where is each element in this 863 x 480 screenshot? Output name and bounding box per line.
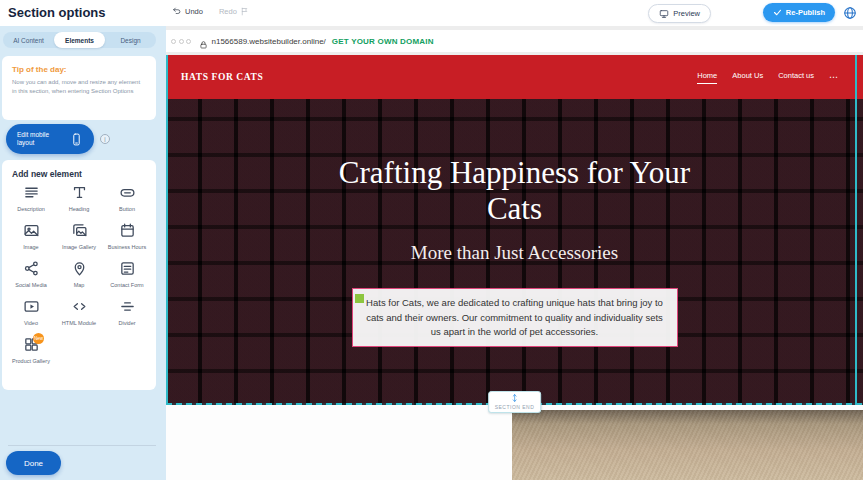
element-item-map[interactable]: Map	[55, 260, 103, 293]
hero-heading[interactable]: Crafting Happiness for Your Cats	[315, 155, 715, 226]
hero-subheading[interactable]: More than Just Accessories	[166, 242, 863, 264]
check-icon	[773, 8, 782, 17]
sidebar-tabs: AI Content Elements Design	[3, 32, 156, 48]
element-drag-handle[interactable]	[355, 294, 364, 303]
tab-design[interactable]: Design	[105, 32, 156, 48]
tip-body: Now you can add, move and resize any ele…	[2, 74, 156, 97]
element-item-heading[interactable]: Heading	[55, 184, 103, 217]
element-item-social-media[interactable]: Social Media	[7, 260, 55, 293]
tab-elements[interactable]: Elements	[54, 32, 105, 48]
site-url: n1566589.websitebuilder.online/	[212, 37, 326, 46]
button-icon	[119, 184, 136, 201]
page-title: Section options	[8, 5, 106, 20]
element-item-description[interactable]: Description	[7, 184, 55, 217]
top-toolbar: Section options Undo Redo Preview	[0, 0, 863, 26]
undo-icon	[172, 6, 182, 16]
republish-button[interactable]: Re-Publish	[763, 3, 835, 22]
map-pin-icon	[71, 260, 88, 277]
code-icon	[71, 298, 88, 315]
site-logo[interactable]: HATS FOR CATS	[181, 72, 263, 82]
site-header: HATS FOR CATS Home About Us Contact us ⋯	[166, 55, 863, 99]
video-icon	[23, 298, 40, 315]
text-lines-icon	[23, 184, 40, 201]
undo-button[interactable]: Undo	[172, 6, 203, 16]
element-item-html-module[interactable]: HTML Module	[55, 298, 103, 331]
section-end-label: SECTION END	[495, 404, 535, 410]
browser-dot-icon	[171, 39, 176, 44]
site-section-selected: HATS FOR CATS Home About Us Contact us ⋯…	[166, 55, 863, 405]
sidebar-divider	[8, 445, 156, 446]
element-item-button[interactable]: Button	[103, 184, 151, 217]
history-controls: Undo Redo	[172, 6, 249, 16]
hero-paragraph-element[interactable]: Hats for Cats, we are dedicated to craft…	[352, 288, 678, 347]
edit-mobile-layout-button[interactable]: Edit mobile layout	[6, 124, 94, 154]
add-new-element-panel: Add new element Description Heading	[2, 160, 156, 390]
element-item-business-hours[interactable]: Business Hours	[103, 222, 151, 255]
flag-icon	[240, 7, 249, 16]
language-globe-button[interactable]	[843, 6, 857, 20]
hero-section: Crafting Happiness for Your Cats More th…	[166, 99, 863, 405]
done-button[interactable]: Done	[6, 451, 61, 475]
redo-button[interactable]: Redo	[219, 7, 249, 16]
info-icon[interactable]: i	[100, 134, 110, 144]
nav-more-icon[interactable]: ⋯	[829, 72, 839, 83]
divider-icon	[119, 298, 136, 315]
tip-of-the-day-card: Tip of the day: Now you can add, move an…	[2, 56, 156, 120]
get-own-domain-link[interactable]: GET YOUR OWN DOMAIN	[332, 37, 434, 46]
mobile-phone-icon	[70, 133, 83, 146]
preview-area: n1566589.websitebuilder.online/ GET YOUR…	[166, 26, 863, 480]
form-icon	[119, 260, 136, 277]
monitor-icon	[659, 9, 669, 19]
section-resize-handle[interactable]: SECTION END	[488, 391, 542, 413]
element-item-divider[interactable]: Divider	[103, 298, 151, 331]
element-grid: Description Heading Button	[2, 182, 156, 371]
site-nav: Home About Us Contact us ⋯	[697, 71, 839, 84]
share-icon	[23, 260, 40, 277]
image-icon	[23, 222, 40, 239]
next-section-preview	[166, 405, 863, 480]
image-gallery-icon	[71, 222, 88, 239]
builder-sidebar: AI Content Elements Design Tip of the da…	[0, 26, 166, 480]
site-nav-home[interactable]: Home	[697, 71, 717, 84]
element-item-contact-form[interactable]: Contact Form	[103, 260, 151, 293]
element-item-image[interactable]: Image	[7, 222, 55, 255]
app-root: Section options Undo Redo Preview	[0, 0, 863, 480]
lock-icon	[199, 36, 208, 46]
element-item-image-gallery[interactable]: Image Gallery	[55, 222, 103, 255]
browser-dot-icon	[179, 39, 184, 44]
next-section-photo	[512, 410, 863, 480]
element-item-video[interactable]: Video	[7, 298, 55, 331]
tab-ai-content[interactable]: AI Content	[3, 32, 54, 48]
tip-title: Tip of the day:	[2, 56, 156, 74]
element-item-product-gallery[interactable]: New Product Gallery	[7, 336, 55, 369]
calendar-icon	[119, 222, 136, 239]
hero-paragraph-text: Hats for Cats, we are dedicated to craft…	[366, 297, 663, 337]
resize-vertical-icon	[510, 393, 519, 403]
section-selection-border-left	[166, 55, 168, 405]
new-badge: New	[33, 333, 44, 344]
add-new-element-title: Add new element	[2, 160, 156, 182]
heading-icon	[71, 184, 88, 201]
preview-button[interactable]: Preview	[648, 4, 711, 23]
browser-dot-icon	[186, 39, 191, 44]
globe-icon	[843, 6, 857, 20]
site-nav-contact-us[interactable]: Contact us	[778, 71, 814, 84]
section-selection-border-right	[855, 55, 857, 405]
site-nav-about-us[interactable]: About Us	[732, 71, 763, 84]
browser-address-bar: n1566589.websitebuilder.online/ GET YOUR…	[166, 30, 863, 52]
